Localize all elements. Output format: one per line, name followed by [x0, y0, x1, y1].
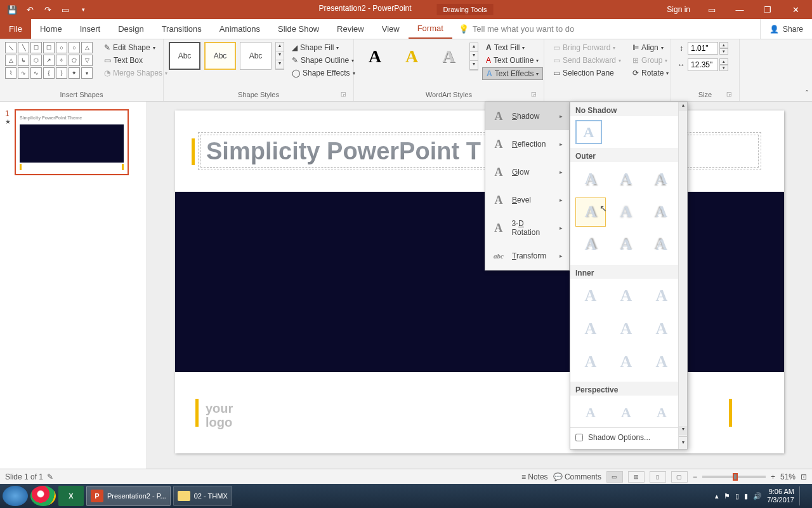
- title-text[interactable]: Simplicity PowerPoint T: [206, 138, 481, 165]
- text-fill-button[interactable]: A Text Fill ▾: [482, 42, 543, 53]
- chrome-taskbar-icon[interactable]: [30, 486, 56, 506]
- slide-counter[interactable]: Slide 1 of 1: [5, 472, 43, 481]
- text-box-button[interactable]: ▭ Text Box: [100, 55, 171, 66]
- shadow-outer-swatch[interactable]: A: [646, 197, 677, 227]
- tab-animations[interactable]: Animations: [211, 19, 269, 39]
- menu-glow[interactable]: AGlow▸: [485, 158, 569, 186]
- tab-review[interactable]: Review: [328, 19, 373, 39]
- shadow-inner-swatch[interactable]: A: [575, 314, 606, 344]
- menu-3d-rotation[interactable]: A3-D Rotation▸: [485, 214, 569, 242]
- shadow-inner-swatch[interactable]: A: [611, 347, 641, 377]
- tab-slideshow[interactable]: Slide Show: [269, 19, 328, 39]
- fit-to-window-button[interactable]: ⊡: [801, 472, 807, 481]
- powerpoint-task-button[interactable]: PPresentation2 - P...: [86, 486, 171, 506]
- menu-bevel[interactable]: ABevel▸: [485, 186, 569, 214]
- tab-view[interactable]: View: [373, 19, 409, 39]
- selection-pane-button[interactable]: ▭ Selection Pane: [549, 67, 625, 79]
- tray-show-hidden-icon[interactable]: ▴: [715, 492, 719, 500]
- shadow-outer-swatch[interactable]: A: [575, 197, 606, 227]
- tab-design[interactable]: Design: [109, 19, 152, 39]
- size-launcher-icon[interactable]: ◲: [725, 91, 733, 98]
- shadow-outer-swatch[interactable]: A: [646, 164, 677, 194]
- zoom-slider[interactable]: [702, 476, 766, 478]
- align-button[interactable]: ⊫ Align ▾: [629, 42, 672, 53]
- ribbon-display-options-icon[interactable]: ▭: [699, 1, 724, 18]
- shape-styles-launcher-icon[interactable]: ◲: [339, 91, 347, 98]
- shadow-perspective-swatch[interactable]: A: [575, 398, 606, 427]
- shadow-inner-swatch[interactable]: A: [611, 281, 641, 311]
- text-outline-button[interactable]: A Text Outline ▾: [482, 55, 543, 66]
- shadow-outer-swatch[interactable]: A: [575, 164, 606, 194]
- maximize-icon[interactable]: ❐: [755, 1, 780, 18]
- shadow-outer-swatch[interactable]: A: [646, 231, 677, 260]
- group-button[interactable]: ⊞ Group ▾: [629, 55, 672, 66]
- shadow-inner-swatch[interactable]: A: [575, 347, 606, 377]
- text-effects-button[interactable]: A Text Effects ▾: [482, 67, 543, 80]
- slide-canvas[interactable]: Simplicity PowerPoint T yourlogo: [175, 110, 784, 453]
- tab-insert[interactable]: Insert: [71, 19, 110, 39]
- zoom-out-button[interactable]: −: [693, 472, 697, 481]
- notes-button[interactable]: ≡ Notes: [521, 472, 548, 481]
- shape-effects-button[interactable]: ◯ Shape Effects ▾: [288, 67, 359, 79]
- gallery-scrollbar[interactable]: ▴ ▾ ▾: [678, 102, 687, 449]
- slide-thumbnail-pane[interactable]: 1 ★ Simplicity PowerPoint Theme: [0, 102, 147, 484]
- slide-thumbnail[interactable]: Simplicity PowerPoint Theme: [15, 109, 129, 175]
- tab-home[interactable]: Home: [31, 19, 71, 39]
- tray-battery-icon[interactable]: ▮: [744, 492, 748, 500]
- shadow-perspective-swatch[interactable]: A: [611, 398, 641, 427]
- shadow-perspective-swatch[interactable]: A: [646, 398, 677, 427]
- minimize-icon[interactable]: —: [727, 1, 752, 18]
- shadow-outer-swatch[interactable]: A: [575, 231, 606, 260]
- shadow-none-swatch[interactable]: A: [575, 120, 602, 144]
- share-button[interactable]: 👤 Share: [760, 19, 812, 39]
- menu-shadow[interactable]: AShadow▸: [485, 102, 569, 130]
- start-from-beginning-icon[interactable]: ▭: [58, 3, 72, 17]
- tab-file[interactable]: File: [0, 19, 31, 39]
- menu-transform[interactable]: abcTransform▸: [485, 242, 569, 270]
- rotate-button[interactable]: ⟳ Rotate ▾: [629, 67, 672, 79]
- show-desktop-button[interactable]: [799, 486, 804, 505]
- undo-icon[interactable]: ↶: [23, 3, 37, 17]
- normal-view-button[interactable]: ▭: [606, 471, 623, 483]
- reading-view-button[interactable]: ▯: [650, 471, 666, 483]
- spellcheck-icon[interactable]: ✎: [47, 472, 57, 481]
- zoom-in-button[interactable]: +: [771, 472, 775, 481]
- comments-button[interactable]: 💬 Comments: [553, 472, 601, 481]
- shape-fill-button[interactable]: ◢ Shape Fill ▾: [288, 42, 359, 53]
- qat-customize-icon[interactable]: ▾: [76, 3, 90, 17]
- shadow-inner-swatch[interactable]: A: [646, 347, 677, 377]
- shape-style-gallery[interactable]: Abc Abc Abc ▴▾▾: [169, 42, 284, 70]
- shadow-inner-swatch[interactable]: A: [646, 314, 677, 344]
- sorter-view-button[interactable]: ⊞: [628, 471, 645, 483]
- menu-reflection[interactable]: AReflection▸: [485, 130, 569, 158]
- wordart-styles-launcher-icon[interactable]: ◲: [530, 91, 537, 98]
- tab-transitions[interactable]: Transitions: [153, 19, 211, 39]
- tell-me-search[interactable]: 💡 Tell me what you want to do: [452, 19, 760, 39]
- bring-forward-button[interactable]: ▭ Bring Forward ▾: [549, 42, 625, 53]
- start-button[interactable]: [3, 486, 28, 506]
- shadow-outer-swatch[interactable]: A: [611, 197, 641, 227]
- system-clock[interactable]: 9:06 AM7/3/2017: [767, 488, 794, 504]
- shadow-inner-swatch[interactable]: A: [646, 281, 677, 311]
- shadow-inner-swatch[interactable]: A: [611, 314, 641, 344]
- redo-icon[interactable]: ↷: [41, 3, 55, 17]
- close-icon[interactable]: ✕: [783, 1, 808, 18]
- tab-format[interactable]: Format: [409, 19, 452, 39]
- zoom-level[interactable]: 51%: [780, 472, 796, 481]
- shadow-outer-swatch[interactable]: A: [611, 231, 641, 260]
- slideshow-view-button[interactable]: ▢: [671, 471, 688, 483]
- tray-action-center-icon[interactable]: ⚑: [724, 492, 730, 500]
- tray-volume-icon[interactable]: 🔊: [753, 492, 762, 500]
- wordart-style-gallery[interactable]: A A A ▴▾▾: [359, 42, 478, 71]
- explorer-task-button[interactable]: 02 - THMX: [173, 486, 232, 506]
- shadow-options-button[interactable]: Shadow Options...: [570, 427, 678, 447]
- save-icon[interactable]: 💾: [5, 3, 19, 17]
- slide-editor[interactable]: Simplicity PowerPoint T yourlogo: [147, 102, 812, 484]
- shadow-outer-swatch[interactable]: A: [611, 164, 641, 194]
- excel-taskbar-icon[interactable]: X: [58, 486, 84, 506]
- shape-gallery[interactable]: ＼╲☐☐○○△ △↳⬡↗✧⬠▽ ⌇∿∿{}✦▾: [5, 42, 93, 79]
- shape-outline-button[interactable]: ✎ Shape Outline ▾: [288, 55, 359, 66]
- send-backward-button[interactable]: ▭ Send Backward ▾: [549, 55, 625, 66]
- shadow-inner-swatch[interactable]: A: [575, 281, 606, 311]
- merge-shapes-button[interactable]: ◔ Merge Shapes ▾: [100, 67, 171, 79]
